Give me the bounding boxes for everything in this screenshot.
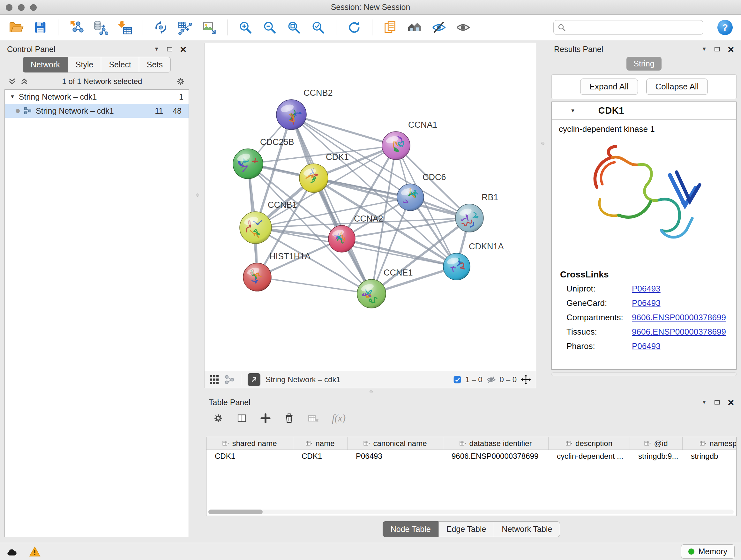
vertical-splitter-handle[interactable]: [196, 193, 199, 197]
zoom-out-button[interactable]: [261, 18, 279, 37]
crosslink-link[interactable]: P06493: [632, 341, 661, 351]
search-input[interactable]: [569, 23, 699, 32]
table-row[interactable]: CDK1CDK1P064939606.ENSP00000378699cyclin…: [206, 450, 736, 462]
tab-network-table[interactable]: Network Table: [494, 521, 560, 537]
hidden-eye-slash-icon[interactable]: [486, 375, 496, 384]
network-node-cdkn1a[interactable]: [443, 253, 470, 280]
add-column-icon[interactable]: [260, 413, 271, 424]
delete-table-icon-disabled[interactable]: [307, 413, 320, 424]
table-settings-gear-icon[interactable]: [212, 413, 224, 424]
move-crosshair-icon[interactable]: [521, 374, 531, 385]
horizontal-splitter-handle[interactable]: [369, 390, 373, 393]
network-view[interactable]: CCNB2CCNA1CDC25BCDK1CDC6RB1CCNB1CCNA2CDK…: [204, 43, 536, 388]
function-builder-button[interactable]: f(x): [332, 413, 346, 424]
tab-node-table[interactable]: Node Table: [383, 521, 439, 537]
table-cell[interactable]: CDK1: [206, 452, 293, 461]
network-row-selected[interactable]: String Network – cdk1 11 48: [5, 104, 189, 118]
zoom-window-button[interactable]: [30, 4, 37, 11]
network-edge[interactable]: [342, 239, 457, 266]
selected-checkbox-icon[interactable]: [453, 375, 461, 384]
network-node-rb1[interactable]: [455, 204, 483, 232]
close-panel-icon[interactable]: ×: [728, 46, 734, 52]
string-tab[interactable]: String: [626, 57, 661, 71]
table-cell[interactable]: CDK1: [293, 452, 347, 461]
column-header[interactable]: name: [293, 437, 347, 449]
table-horizontal-scrollbar[interactable]: [208, 509, 734, 514]
network-node-hist1h1a[interactable]: [243, 263, 271, 291]
collapse-caret-icon[interactable]: ▼: [570, 108, 576, 114]
network-from-table-button[interactable]: [176, 18, 194, 37]
node-table[interactable]: shared namenamecanonical namedatabase id…: [206, 437, 737, 516]
tab-network[interactable]: Network: [23, 57, 68, 72]
save-session-button[interactable]: [31, 18, 49, 37]
tab-sets[interactable]: Sets: [139, 57, 171, 72]
tab-style[interactable]: Style: [68, 57, 102, 72]
collapse-all-button[interactable]: Collapse All: [646, 78, 708, 95]
gear-icon[interactable]: [176, 76, 186, 86]
zoom-in-button[interactable]: [237, 18, 254, 37]
import-network-file-button[interactable]: [67, 18, 85, 37]
network-node-ccne1[interactable]: [357, 279, 386, 308]
network-node-ccnb1[interactable]: [240, 212, 272, 244]
import-table-button[interactable]: [116, 18, 134, 37]
help-button[interactable]: ?: [718, 20, 733, 35]
zoom-fit-button[interactable]: [285, 18, 303, 37]
crosslink-link[interactable]: 9606.ENSP00000378699: [632, 313, 726, 322]
gene-card-header[interactable]: ▼ CDK1: [552, 102, 736, 120]
network-node-cdc25b[interactable]: [233, 149, 263, 179]
close-window-button[interactable]: [6, 4, 12, 11]
network-node-ccna1[interactable]: [382, 132, 410, 160]
search-field[interactable]: [553, 20, 703, 35]
crosslink-link[interactable]: 9606.ENSP00000378699: [632, 327, 726, 337]
panel-menu-icon[interactable]: ▼: [701, 46, 707, 52]
vertical-splitter-handle[interactable]: [541, 142, 544, 145]
crosslink-link[interactable]: P06493: [632, 298, 661, 308]
column-header[interactable]: canonical name: [347, 437, 443, 449]
float-panel-icon[interactable]: [167, 47, 172, 51]
grid-view-icon[interactable]: [209, 374, 219, 385]
new-network-button[interactable]: [152, 18, 170, 37]
scrollbar-thumb[interactable]: [208, 509, 263, 514]
table-cell[interactable]: cyclin-dependent ...: [549, 452, 630, 461]
export-image-button[interactable]: [200, 18, 218, 37]
float-panel-icon[interactable]: [715, 400, 720, 405]
home-button[interactable]: [406, 18, 423, 37]
import-network-database-button[interactable]: [91, 18, 110, 37]
memory-button[interactable]: Memory: [681, 544, 735, 559]
crosslink-link[interactable]: P06493: [632, 284, 661, 294]
close-panel-icon[interactable]: ×: [728, 399, 734, 406]
table-cell[interactable]: stringdb: [683, 452, 737, 461]
column-header[interactable]: description: [549, 437, 630, 449]
network-node-cdc6[interactable]: [397, 184, 424, 211]
copy-document-button[interactable]: [381, 18, 399, 37]
panel-menu-icon[interactable]: ▼: [154, 46, 159, 52]
column-header[interactable]: database identifier: [443, 437, 549, 449]
tab-select[interactable]: Select: [101, 57, 139, 72]
panel-menu-icon[interactable]: ▼: [701, 399, 707, 406]
table-cell[interactable]: 9606.ENSP00000378699: [443, 452, 549, 461]
network-edge[interactable]: [257, 277, 372, 294]
table-cell[interactable]: stringdb:9...: [630, 452, 683, 461]
expand-all-icon[interactable]: [20, 77, 29, 86]
minimize-window-button[interactable]: [18, 4, 24, 11]
column-header[interactable]: namespac: [683, 437, 737, 449]
hide-selected-button[interactable]: [430, 18, 448, 37]
delete-column-trash-icon[interactable]: [283, 413, 295, 424]
network-collection-row[interactable]: ▼ String Network – cdk1 1: [5, 90, 189, 104]
refresh-layout-button[interactable]: [345, 18, 363, 37]
expand-all-button[interactable]: Expand All: [580, 78, 638, 95]
network-graph[interactable]: CCNB2CCNA1CDC25BCDK1CDC6RB1CCNB1CCNA2CDK…: [205, 43, 536, 371]
show-all-button[interactable]: [454, 18, 472, 37]
close-panel-icon[interactable]: ×: [180, 46, 186, 52]
zoom-selected-button[interactable]: [309, 18, 327, 37]
column-header[interactable]: shared name: [206, 437, 293, 449]
collapse-all-icon[interactable]: [8, 77, 17, 86]
show-columns-icon[interactable]: [236, 413, 248, 424]
cloud-icon[interactable]: [6, 546, 19, 557]
network-edge[interactable]: [291, 115, 396, 145]
birdseye-view-button[interactable]: [248, 373, 260, 386]
results-horizontal-scrollbar[interactable]: [551, 372, 737, 376]
column-header[interactable]: @id: [630, 437, 683, 449]
table-cell[interactable]: P06493: [347, 452, 443, 461]
warning-icon[interactable]: [29, 546, 41, 557]
